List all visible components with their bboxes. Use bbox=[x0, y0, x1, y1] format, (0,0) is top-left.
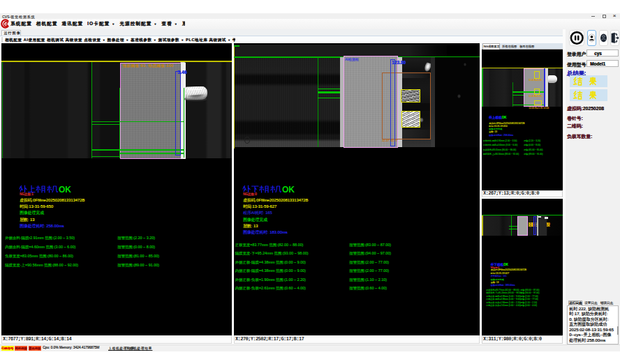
svg-text:OK: OK bbox=[59, 185, 71, 195]
svg-text:OK: OK bbox=[282, 185, 295, 195]
